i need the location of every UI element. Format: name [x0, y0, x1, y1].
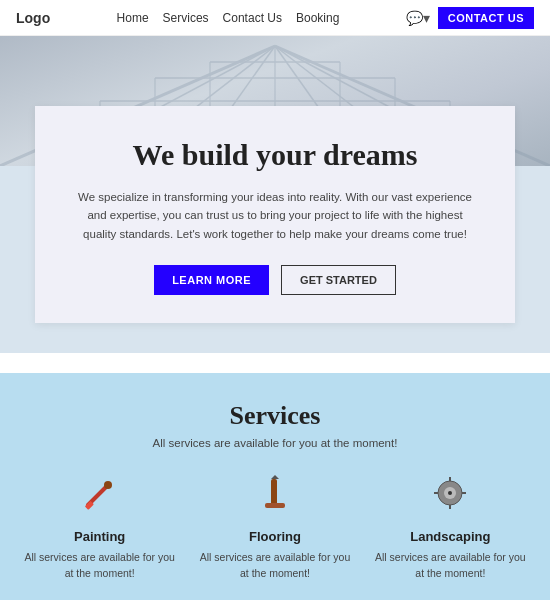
- hero-buttons: LEARN MORE GET STARTED: [75, 265, 475, 295]
- nav-links: Home Services Contact Us Booking: [117, 11, 340, 25]
- services-subtitle: All services are available for you at th…: [20, 437, 530, 449]
- service-painting: Painting All services are available for …: [20, 473, 179, 582]
- get-started-button[interactable]: GET STARTED: [281, 265, 396, 295]
- service-painting-desc: All services are available for you at th…: [20, 550, 179, 582]
- chat-icon[interactable]: 💬▾: [406, 10, 430, 26]
- flooring-icon: [195, 473, 354, 521]
- svg-point-20: [104, 481, 112, 489]
- nav-home[interactable]: Home: [117, 11, 149, 25]
- service-landscaping-desc: All services are available for you at th…: [371, 550, 530, 582]
- svg-rect-28: [449, 477, 451, 481]
- svg-point-27: [448, 491, 452, 495]
- services-grid: Painting All services are available for …: [20, 473, 530, 600]
- hero-card: We build your dreams We specialize in tr…: [35, 106, 515, 323]
- hero-title: We build your dreams: [75, 138, 475, 172]
- svg-marker-24: [271, 475, 279, 479]
- navbar: Logo Home Services Contact Us Booking 💬▾…: [0, 0, 550, 36]
- svg-rect-29: [449, 505, 451, 509]
- landscaping-icon: [371, 473, 530, 521]
- contact-us-button[interactable]: CONTACT US: [438, 7, 534, 29]
- svg-rect-31: [462, 492, 466, 494]
- nav-right: 💬▾ CONTACT US: [406, 7, 534, 29]
- logo: Logo: [16, 10, 50, 26]
- svg-rect-23: [265, 503, 285, 508]
- service-flooring-desc: All services are available for you at th…: [195, 550, 354, 582]
- service-landscaping-name: Landscaping: [371, 529, 530, 544]
- service-painting-name: Painting: [20, 529, 179, 544]
- nav-contact[interactable]: Contact Us: [223, 11, 282, 25]
- service-flooring: Flooring All services are available for …: [195, 473, 354, 582]
- services-section: Services All services are available for …: [0, 373, 550, 600]
- nav-services[interactable]: Services: [163, 11, 209, 25]
- learn-more-button[interactable]: LEARN MORE: [154, 265, 269, 295]
- hero-description: We specialize in transforming your ideas…: [75, 188, 475, 243]
- painting-icon: [20, 473, 179, 521]
- service-landscaping: Landscaping All services are available f…: [371, 473, 530, 582]
- svg-rect-30: [434, 492, 438, 494]
- service-flooring-name: Flooring: [195, 529, 354, 544]
- svg-rect-22: [271, 479, 277, 507]
- services-title: Services: [20, 401, 530, 431]
- nav-booking[interactable]: Booking: [296, 11, 339, 25]
